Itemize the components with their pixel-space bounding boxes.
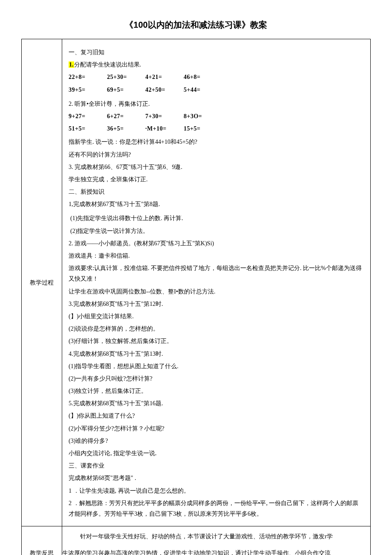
eq: 22+8=: [69, 72, 107, 82]
eq: 9+27=: [69, 111, 107, 122]
eq: 7+30=: [145, 111, 184, 122]
equation-row-1: 22+8=25+30=4+21=46+8=: [69, 72, 364, 82]
item-1: 1.分配请学生快速说出结果.: [69, 59, 364, 70]
eq: 25+30=: [107, 72, 145, 82]
hw-1: 完成教材第68页"思考题" .: [69, 473, 364, 483]
eq: ·M+10=: [145, 123, 184, 134]
teaching-process-content: 一、复习旧知 1.分配请学生快速说出结果. 22+8=25+30=4+21=46…: [62, 39, 371, 526]
question-1: 指新学生. 说一说：你是怎样计算44+10和45+5的?: [69, 137, 364, 147]
new-item-5: 5.完成教材第68页"练习十五"第16题.: [69, 398, 364, 409]
sub-5-2: (2)小军得分笠少?怎样计算？小红呢?: [69, 423, 364, 434]
sub-1-2: (2)指定学生说一说计算方法。: [69, 226, 364, 236]
eq: 8+3O=: [184, 111, 222, 122]
hw-1-1: 1 ．让学生先读题, 再说一说自己是怎么想的。: [69, 485, 364, 496]
new-item-2: 2. 游戏——小小邮递员。(教材第67页"练习上五"第K)Si): [69, 238, 364, 249]
equation-row-3: 9+27=6+27=7+30=8+3O=: [69, 111, 364, 122]
game-note: 让学生在游戏中巩固两位数加--位数、整I•数的计总方法.: [69, 286, 364, 297]
equation-row-4: 51+5=36+5=·M+10=15+5=: [69, 123, 364, 134]
equation-row-2: 39+5=69+5=42+50=5+44=: [69, 84, 364, 95]
eq: 46+8=: [184, 72, 222, 82]
new-item-4: 4.完成教材第68页"练习十五"第13时.: [69, 349, 364, 359]
sub-5-1: (】)你从图上知道了什么?: [69, 410, 364, 421]
sub-4-1: (1)指导学生看图，想想从图上知道了什么.: [69, 361, 364, 372]
item-1-text: 分配请学生快速说出结果.: [74, 61, 141, 68]
page-title: 《100以内的加法和减法练习课》教案: [21, 17, 371, 32]
sub-1-1: (1)先指定学生说出得数十位上的数. 再计算.: [69, 213, 364, 224]
row-label-reflect: 教学反思: [22, 526, 62, 555]
sub-3-1: (】)小组里交流计算结果.: [69, 311, 364, 322]
section-2-head: 二、新授知识: [69, 186, 364, 197]
eq: 15+5=: [184, 123, 222, 134]
reflect-line-1: 针对一年级学生天性好玩、好动的特点，本节课设计了大量游戏性、活动性的教学环节，激…: [62, 528, 369, 545]
section-3-head: 三、课套作业: [69, 460, 364, 471]
sub-3-3: (3)仔细计算，独立解答,然后集体订正。: [69, 336, 364, 346]
hw-1-2: 2 ．解翘思路：芳芳只有把比平平多的幅票分成同样多的两份，一份给平•平, 一份自…: [69, 498, 364, 519]
eq: 51+5=: [69, 123, 107, 134]
question-2: 还有不同的计算方法吗?: [69, 149, 364, 160]
num-1: 1.: [69, 61, 74, 68]
item-2: 2. 听算•全班计尊，再集体订正.: [69, 99, 364, 109]
eq: 4+21=: [145, 72, 184, 82]
eq: 42+50=: [145, 84, 184, 95]
new-item-1: 1,完成教材第67页"练习十五"第8题.: [69, 199, 364, 209]
eq: 39+5=: [69, 84, 107, 95]
group-discuss: 小组内交流讨论, 指定学生说一说.: [69, 448, 364, 459]
eq: 69+5=: [107, 84, 145, 95]
sub-3-2: (2)说说你是怎样算的，怎样想的。: [69, 323, 364, 334]
eq: 6+27=: [107, 111, 145, 122]
sub-4-3: (3)独立计笄，然后集体订正。: [69, 386, 364, 396]
reflect-line-2: 生浓厚的学习兴趣与高涨的学习热情，促进学生主动地学习知识，通过让学生动手操作、小…: [62, 545, 369, 555]
sub-4-2: (2)一共有多少只叫蚊?怎样计算?: [69, 373, 364, 384]
sub-5-3: (3)谁的得分多?: [69, 436, 364, 446]
game-req: 游戏要求:认真计算，投准信箱. 不要把信件投错了地方，每组选出一名检查员把关并记…: [69, 263, 364, 284]
game-props: 游戏道具：邀卡和信箱.: [69, 250, 364, 261]
item-3: 3. 完成教材第66、67页"练习十五"第6、9遨.: [69, 162, 364, 172]
note-1: 学生独立完成，全班集体订正.: [69, 174, 364, 185]
row-label-process: 教学过程: [22, 39, 62, 526]
eq: 5+44=: [184, 84, 222, 95]
lesson-table: 教学过程 一、复习旧知 1.分配请学生快速说出结果. 22+8=25+30=4+…: [21, 39, 371, 555]
section-1-head: 一、复习旧知: [69, 47, 364, 58]
eq: 36+5=: [107, 123, 145, 134]
new-item-3: 3.完成教材第68页"练习十五"第12时.: [69, 299, 364, 309]
teaching-reflect-content: 针对一年级学生天性好玩、好动的特点，本节课设计了大量游戏性、活动性的教学环节，激…: [62, 526, 371, 555]
